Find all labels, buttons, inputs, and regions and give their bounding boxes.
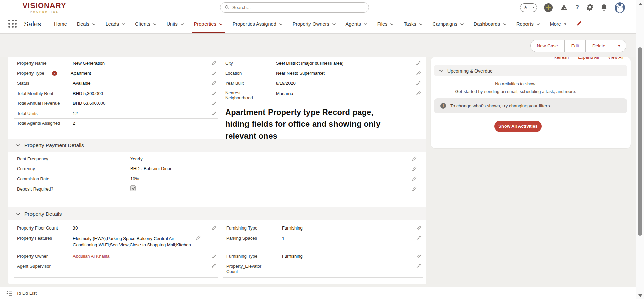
more-actions-dropdown[interactable]: ▼	[612, 40, 626, 52]
global-actions-plus-icon[interactable]	[544, 3, 553, 12]
chevron-down-icon[interactable]	[122, 23, 125, 25]
edit-pencil-icon[interactable]	[195, 235, 202, 240]
caret-down-icon: ▼	[564, 22, 567, 26]
section-title: Upcoming & Overdue	[447, 68, 493, 74]
detail-column-left: Property Name New Generation Property Ty…	[14, 58, 218, 128]
edit-pencil-icon[interactable]	[415, 235, 423, 240]
activity-empty-state: No activities to show. Get started by se…	[431, 81, 601, 94]
user-avatar[interactable]	[615, 2, 625, 13]
edit-pencil-icon[interactable]	[210, 254, 218, 259]
todo-list-icon	[6, 291, 12, 296]
tab-deals[interactable]: Deals	[77, 15, 96, 33]
tab-clients[interactable]: Clients	[135, 15, 156, 33]
field-label: Deposit Required?	[17, 186, 130, 192]
tab-leads[interactable]: Leads	[106, 15, 126, 33]
chevron-down-icon[interactable]	[332, 23, 336, 25]
field-row: Property_Elevator Count	[223, 261, 423, 278]
edit-pencil-icon[interactable]	[415, 91, 422, 96]
favorites-button[interactable]: ★ ▾	[520, 3, 537, 12]
expand-all-link[interactable]: Expand All	[578, 57, 599, 60]
edit-pencil-icon[interactable]	[411, 156, 418, 161]
app-launcher-waffle-icon[interactable]	[8, 20, 17, 28]
search-input[interactable]	[232, 5, 365, 10]
tab-home[interactable]: Home	[54, 15, 67, 33]
tab-more[interactable]: More▼	[550, 15, 567, 33]
chevron-down-icon[interactable]	[153, 23, 157, 25]
edit-pencil-icon[interactable]	[210, 111, 218, 116]
field-row: Year Built 8/19/2020	[222, 78, 422, 88]
chevron-down-icon[interactable]	[503, 23, 507, 25]
edit-pencil-icon[interactable]	[415, 61, 422, 65]
edit-pencil-icon[interactable]	[210, 263, 218, 268]
edit-pencil-icon[interactable]	[415, 226, 423, 231]
scrollbar-thumb[interactable]	[638, 47, 642, 236]
view-all-link[interactable]: View All	[608, 57, 623, 60]
nav-tab-list: Home Deals Leads Clients Units Propertie…	[54, 15, 567, 33]
edit-pencil-icon[interactable]	[210, 226, 218, 231]
edit-pencil-icon[interactable]	[411, 176, 418, 181]
tab-files[interactable]: Files	[377, 15, 394, 33]
field-value: Yearly	[130, 156, 411, 162]
utility-bar: To Do List	[0, 287, 636, 299]
scroll-down-arrow[interactable]	[638, 294, 642, 297]
edit-pencil-icon[interactable]	[411, 166, 418, 171]
field-label: Total Annual Revenue	[17, 101, 73, 106]
record-content-area: Property Name New Generation Property Ty…	[0, 57, 644, 287]
chevron-down-icon[interactable]	[219, 23, 223, 25]
chevron-down-icon[interactable]	[419, 23, 423, 25]
edit-pencil-icon[interactable]	[415, 71, 422, 76]
field-row: Furnishing Type Furnishing	[223, 251, 423, 261]
help-icon[interactable]: ?	[576, 4, 579, 11]
field-value: 2	[73, 120, 218, 126]
chevron-down-icon[interactable]	[390, 23, 394, 25]
chevron-down-icon[interactable]	[92, 23, 96, 25]
trailhead-icon[interactable]	[560, 3, 568, 12]
chevron-down-icon[interactable]	[460, 23, 464, 25]
field-label: Furnishing Type	[226, 225, 282, 231]
favorites-star-icon[interactable]: ★	[520, 4, 530, 11]
upcoming-overdue-section-header[interactable]: Upcoming & Overdue	[434, 65, 627, 76]
chevron-down-icon[interactable]	[279, 23, 283, 25]
tab-properties[interactable]: Properties	[194, 15, 223, 33]
delete-button[interactable]: Delete	[586, 40, 612, 52]
show-all-activities-button[interactable]: Show All Activities	[494, 121, 542, 132]
chevron-down-icon[interactable]	[364, 23, 367, 25]
section-header-property-details[interactable]: Property Details	[8, 207, 426, 220]
tab-property-owners[interactable]: Property Owners	[293, 15, 336, 33]
favorites-dropdown-icon[interactable]: ▾	[530, 4, 537, 11]
chevron-down-icon[interactable]	[536, 23, 540, 25]
edit-pencil-icon[interactable]	[210, 71, 218, 76]
edit-pencil-icon[interactable]	[210, 61, 218, 65]
global-search[interactable]	[220, 2, 369, 13]
edit-navigation-pencil-icon[interactable]	[577, 21, 582, 27]
tab-agents[interactable]: Agents	[346, 15, 367, 33]
tab-dashboards[interactable]: Dashboards	[474, 15, 507, 33]
new-case-button[interactable]: New Case	[531, 40, 565, 52]
edit-button[interactable]: Edit	[565, 40, 586, 52]
tab-tasks[interactable]: Tasks	[404, 15, 423, 33]
tab-reports[interactable]: Reports	[516, 15, 540, 33]
edit-pencil-icon[interactable]	[415, 81, 422, 85]
tab-properties-assigned[interactable]: Properties Assigned	[233, 15, 283, 33]
scroll-up-arrow[interactable]	[638, 3, 642, 5]
edit-pencil-icon[interactable]	[415, 254, 423, 259]
notifications-bell-icon[interactable]	[601, 4, 607, 11]
field-value: New Generation	[73, 60, 210, 66]
vertical-scrollbar[interactable]	[636, 0, 644, 299]
info-icon[interactable]: i	[52, 71, 57, 76]
edit-pencil-icon[interactable]	[210, 91, 218, 96]
edit-pencil-icon[interactable]	[415, 263, 423, 268]
edit-pencil-icon[interactable]	[411, 186, 418, 191]
setup-gear-icon[interactable]	[586, 4, 594, 11]
tab-campaigns[interactable]: Campaigns	[432, 15, 464, 33]
deposit-required-checkbox[interactable]	[130, 185, 136, 191]
edit-pencil-icon[interactable]	[210, 81, 218, 85]
tab-units[interactable]: Units	[167, 15, 184, 33]
todo-list-utility-item[interactable]: To Do List	[16, 291, 37, 296]
chevron-down-icon[interactable]	[180, 23, 184, 25]
refresh-link[interactable]: Refresh	[554, 57, 569, 60]
chevron-down-icon	[16, 213, 20, 215]
section-header-property-payment-details[interactable]: Property Payment Details	[8, 139, 426, 152]
edit-pencil-icon[interactable]	[210, 101, 218, 106]
property-owner-link[interactable]: Abdullah Al Khalifa	[73, 254, 109, 259]
